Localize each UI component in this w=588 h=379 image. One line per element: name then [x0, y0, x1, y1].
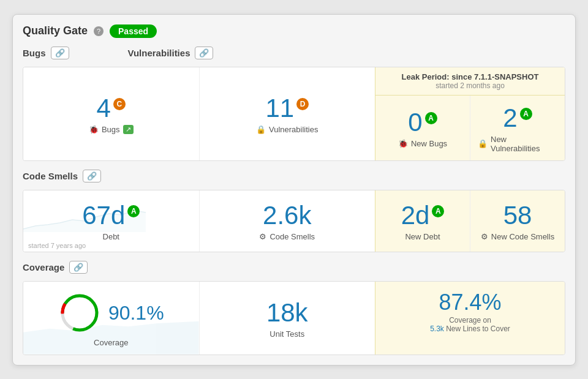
new-debt-label: New Debt: [405, 232, 440, 241]
coverage-value-group: 90.1%: [58, 291, 164, 334]
new-lines-label: New Lines to Cover: [446, 325, 510, 333]
coverage-metrics-row: 90.1% Coverage 18k Unit Tests: [23, 281, 565, 355]
code-smells-section-label: Code Smells: [23, 171, 78, 181]
bugs-label-row: Bugs 🔗 Vulnerabilities 🔗: [23, 47, 565, 63]
debt-metric-cell: 67d A Debt started 7 years ago: [23, 190, 199, 252]
new-vuln-label: 🔒 New Vulnerabilities: [478, 135, 557, 153]
debt-badge: A: [127, 205, 140, 217]
header: Quality Gate ? Passed: [23, 24, 565, 38]
unit-tests-value-group: 18k: [266, 300, 308, 326]
settings-icon: ⚙: [259, 232, 266, 241]
help-icon[interactable]: ?: [94, 26, 104, 36]
code-smells-label-group: Code Smells 🔗: [23, 170, 375, 182]
new-bugs-value-group: 0 A: [408, 110, 437, 135]
vuln-number: 11: [265, 96, 294, 121]
coverage-link-icon[interactable]: 🔗: [69, 261, 88, 274]
vuln-value-group: 11 D: [265, 96, 309, 121]
leak-period-title: Leak Period: since 7.1.1-SNAPSHOT: [375, 72, 565, 81]
bug-icon: 🐞: [89, 125, 99, 134]
chart-start-label: started 7 years ago: [28, 242, 86, 249]
new-debt-number: 2d: [401, 203, 430, 228]
bugs-trend-icon[interactable]: ↗: [123, 125, 134, 134]
coverage-label: Coverage: [94, 338, 128, 347]
bugs-link-icon[interactable]: 🔗: [51, 47, 69, 59]
code-smells-count-cell: 2.6k ⚙ Code Smells: [199, 190, 375, 252]
bugs-section-wrapper: Bugs 🔗 Vulnerabilities 🔗 4 C: [23, 47, 565, 161]
coverage-left-col: 90.1% Coverage 18k Unit Tests: [23, 282, 375, 355]
new-smells-number: 58: [503, 203, 532, 228]
coverage-section-wrapper: Coverage 🔗: [23, 261, 565, 355]
bugs-right-col: Leak Period: since 7.1.1-SNAPSHOT starte…: [375, 67, 565, 160]
code-smells-section-wrapper: Code Smells 🔗 67d A: [23, 170, 565, 252]
code-smells-metrics-row: 67d A Debt started 7 years ago 2.6k ⚙: [23, 190, 565, 252]
lock-icon: 🔒: [256, 125, 266, 134]
debt-number: 67d: [82, 203, 125, 228]
new-lock-icon: 🔒: [478, 139, 488, 148]
coverage-circle-cell: 90.1% Coverage: [23, 282, 199, 355]
vuln-section-label: Vulnerabilities: [128, 48, 190, 58]
bugs-value-group: 4 C: [97, 96, 126, 121]
new-debt-cell: 2d A New Debt: [375, 190, 470, 252]
bugs-metric-cell: 4 C 🐞 Bugs ↗: [23, 67, 199, 160]
unit-tests-number: 18k: [266, 300, 308, 326]
new-debt-badge: A: [432, 205, 444, 217]
new-bugs-cell: 0 A 🐞 New Bugs: [375, 96, 470, 160]
vuln-link-icon[interactable]: 🔗: [195, 47, 213, 59]
vuln-metric-cell: 11 D 🔒 Vulnerabilities: [199, 67, 375, 160]
new-smells-label: ⚙ New Code Smells: [481, 232, 554, 241]
new-vuln-value-group: 2 A: [503, 105, 532, 131]
bugs-left-col: 4 C 🐞 Bugs ↗ 11 D 🔒: [23, 67, 375, 160]
code-smells-leak-metrics: 2d A New Debt 58 ⚙: [375, 190, 565, 252]
new-lines-value: 5.3k: [430, 325, 444, 333]
new-debt-value-group: 2d A: [401, 203, 445, 228]
code-smells-right-col: 2d A New Debt 58 ⚙: [375, 190, 565, 252]
new-bugs-number: 0: [408, 110, 422, 135]
quality-gate-title: Quality Gate: [23, 24, 88, 37]
new-smells-icon: ⚙: [481, 232, 488, 241]
bugs-metrics-row: 4 C 🐞 Bugs ↗ 11 D 🔒: [23, 67, 565, 161]
coverage-percent: 90.1%: [108, 303, 164, 323]
new-vuln-badge: A: [520, 108, 532, 120]
new-vuln-cell: 2 A 🔒 New Vulnerabilities: [470, 96, 565, 160]
code-smells-label-row: Code Smells 🔗: [23, 170, 565, 186]
new-vuln-number: 2: [503, 105, 517, 131]
coverage-leak-label: Coverage on 5.3k New Lines to Cover: [430, 316, 510, 333]
vuln-label: 🔒 Vulnerabilities: [256, 125, 318, 134]
code-smells-value-group: 2.6k: [263, 203, 311, 228]
coverage-label-group: Coverage 🔗: [23, 261, 375, 274]
code-smells-label: ⚙ Code Smells: [259, 232, 315, 241]
debt-value-group: 67d A: [82, 203, 140, 228]
unit-tests-cell: 18k Unit Tests: [199, 282, 375, 355]
bugs-section-label: Bugs: [23, 48, 46, 58]
coverage-section-label: Coverage: [23, 262, 64, 272]
coverage-value-text: 90.1%: [108, 303, 164, 323]
coverage-right-col: 87.4% Coverage on 5.3k New Lines to Cove…: [375, 282, 565, 355]
passed-badge: Passed: [110, 24, 157, 38]
coverage-leak-cell: 87.4% Coverage on 5.3k New Lines to Cove…: [375, 282, 565, 343]
bugs-label-group: Bugs 🔗 Vulnerabilities 🔗: [23, 47, 213, 59]
leak-header-bar: Leak Period: since 7.1.1-SNAPSHOT starte…: [375, 67, 565, 96]
bugs-number: 4: [97, 96, 111, 121]
code-smells-link-icon[interactable]: 🔗: [83, 170, 101, 182]
coverage-gauge: [58, 291, 101, 334]
new-bugs-label: 🐞 New Bugs: [398, 139, 447, 148]
bugs-label: 🐞 Bugs ↗: [89, 125, 134, 134]
new-bugs-badge: A: [425, 112, 437, 124]
unit-tests-label: Unit Tests: [270, 329, 304, 339]
bugs-leak-metrics: 0 A 🐞 New Bugs 2 A: [375, 96, 565, 160]
leak-period-subtitle: started 2 months ago: [375, 81, 565, 90]
new-smells-value-group: 58: [503, 203, 532, 228]
main-card: Quality Gate ? Passed Bugs 🔗 Vulnerabili…: [12, 14, 576, 366]
coverage-leak-value: 87.4%: [439, 291, 501, 313]
new-smells-cell: 58 ⚙ New Code Smells: [470, 190, 565, 252]
debt-label: Debt: [103, 232, 119, 241]
coverage-label-row: Coverage 🔗: [23, 261, 565, 277]
new-bug-icon: 🐞: [398, 139, 408, 148]
vuln-badge: D: [296, 98, 309, 110]
bugs-badge: C: [113, 98, 126, 110]
code-smells-number: 2.6k: [263, 203, 311, 228]
code-smells-left-col: 67d A Debt started 7 years ago 2.6k ⚙: [23, 190, 375, 252]
